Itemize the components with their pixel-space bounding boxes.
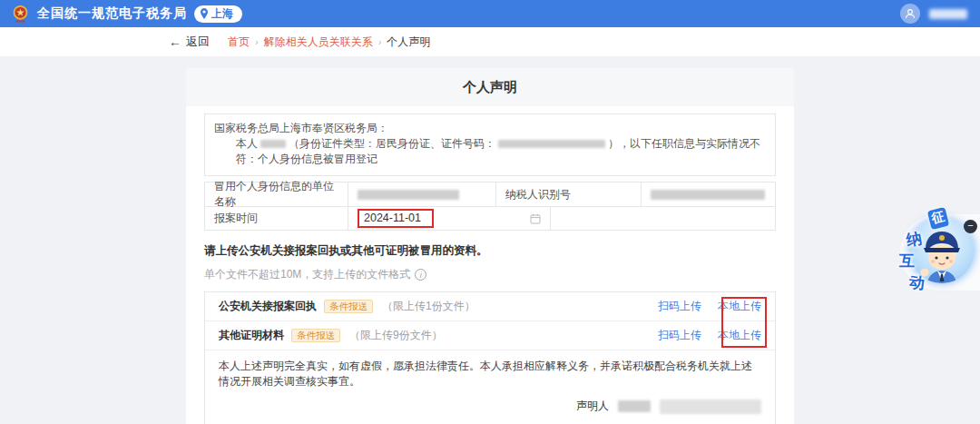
local-upload-link[interactable]: 本地上传 <box>718 328 761 343</box>
breadcrumb-bar: ← 返回 首页 › 解除相关人员关联关系 › 个人声明 <box>0 27 980 56</box>
declarant-name-redacted <box>618 400 651 412</box>
scan-upload-link[interactable]: 扫码上传 <box>658 299 701 314</box>
upload-limit: （限上传1份文件） <box>382 299 475 314</box>
widget-char-dong: 动 <box>907 271 926 294</box>
table-row: 冒用个人身份信息的单位名称 纳税人识别号 <box>205 182 775 206</box>
breadcrumb: 首页 › 解除相关人员关联关系 › 个人声明 <box>228 35 430 50</box>
page-title: 个人声明 <box>186 68 794 106</box>
declarant-name-redacted <box>260 140 286 148</box>
app-title: 全国统一规范电子税务局 <box>37 5 187 22</box>
upload-item-name: 公安机关接报案回执 <box>219 299 317 314</box>
back-button[interactable]: ← 返回 <box>169 34 210 50</box>
declaration-middle: （身份证件类型：居民身份证、证件号码： <box>289 137 495 150</box>
conditional-badge: 条件报送 <box>291 329 340 343</box>
widget-minimize-button[interactable]: − <box>964 220 977 233</box>
upload-limit: （限上传9份文件） <box>349 328 443 343</box>
declaration-prefix: 本人 <box>236 137 258 150</box>
table-row: 报案时间 2024-11-01 <box>205 206 775 230</box>
username-redacted[interactable] <box>929 9 967 19</box>
tax-bureau-emblem-icon <box>11 5 30 24</box>
info-table: 冒用个人身份信息的单位名称 纳税人识别号 报案时间 2024-11-01 <box>204 182 776 231</box>
taxpayer-id-redacted <box>651 190 765 200</box>
upload-row-police-receipt: 公安机关接报案回执 条件报送 （限上传1份文件） 扫码上传 本地上传 <box>205 292 775 321</box>
upload-item-name: 其他证明材料 <box>219 328 284 343</box>
declarant-label: 声明人 <box>576 399 609 414</box>
unit-name-value <box>348 182 495 206</box>
local-upload-link[interactable]: 本地上传 <box>718 299 761 314</box>
back-label: 返回 <box>186 34 210 50</box>
empty-cell <box>550 207 775 230</box>
upload-note: 单个文件不超过10M，支持上传的文件格式 i <box>204 267 776 282</box>
widget-char-hu: 互 <box>899 251 915 271</box>
upload-note-text: 单个文件不超过10M，支持上传的文件格式 <box>204 267 410 282</box>
upload-instruction: 请上传公安机关接报案回执或其他可证明被冒用的资料。 <box>204 243 776 259</box>
location-selector[interactable]: 上海 <box>194 5 242 23</box>
scan-upload-link[interactable]: 扫码上传 <box>658 328 701 343</box>
breadcrumb-home[interactable]: 首页 <box>228 35 250 50</box>
taxpayer-id-label: 纳税人识别号 <box>495 182 641 206</box>
unit-name-label: 冒用个人身份信息的单位名称 <box>205 182 348 206</box>
location-label: 上海 <box>211 6 233 22</box>
salutation: 国家税务总局上海市奉贤区税务局： <box>214 121 766 136</box>
report-date-value-annotated[interactable]: 2024-11-01 <box>358 209 434 228</box>
user-avatar[interactable] <box>900 4 920 24</box>
declaration-intro: 国家税务总局上海市奉贤区税务局： 本人（身份证件类型：居民身份证、证件号码：），… <box>204 113 776 176</box>
taxpayer-id-value <box>641 182 775 206</box>
declaration-card: 个人声明 国家税务总局上海市奉贤区税务局： 本人（身份证件类型：居民身份证、证件… <box>186 68 794 424</box>
page-content: 个人声明 国家税务总局上海市奉贤区税务局： 本人（身份证件类型：居民身份证、证件… <box>0 56 980 424</box>
person-icon <box>904 7 916 20</box>
report-date-input[interactable]: 2024-11-01 <box>348 207 550 230</box>
conditional-badge: 条件报送 <box>324 300 373 314</box>
calendar-icon[interactable] <box>530 213 541 224</box>
breadcrumb-parent[interactable]: 解除相关人员关联关系 <box>264 35 373 50</box>
breadcrumb-separator: › <box>255 36 259 47</box>
card-body: 国家税务总局上海市奉贤区税务局： 本人（身份证件类型：居民身份证、证件号码：），… <box>186 106 794 424</box>
declaration-line: 本人（身份证件类型：居民身份证、证件号码：），以下任职信息与实际情况不符：个人身… <box>214 136 766 167</box>
declarant-row: 声明人 <box>205 391 775 424</box>
breadcrumb-current: 个人声明 <box>387 35 430 50</box>
back-arrow-icon: ← <box>169 35 181 48</box>
info-icon[interactable]: i <box>415 269 426 281</box>
report-date-label: 报案时间 <box>205 207 348 230</box>
upload-row-other-materials: 其他证明材料 条件报送 （限上传9份文件） 扫码上传 本地上传 <box>205 321 775 350</box>
location-pin-icon <box>200 8 209 19</box>
truth-statement: 本人上述声明完全真实，如有虚假，愿承担法律责任。本人承担相应解释义务，并承诺积极… <box>205 350 775 391</box>
top-bar: 全国统一规范电子税务局 上海 <box>0 0 980 27</box>
id-number-redacted <box>498 140 605 148</box>
breadcrumb-separator: › <box>378 36 382 47</box>
upload-list: 公安机关接报案回执 条件报送 （限上传1份文件） 扫码上传 本地上传 其他证明材… <box>204 291 776 424</box>
unit-name-redacted <box>358 190 459 200</box>
declarant-signature-redacted <box>660 399 761 414</box>
interaction-widget[interactable]: 征 纳 互 动 − <box>893 207 980 298</box>
